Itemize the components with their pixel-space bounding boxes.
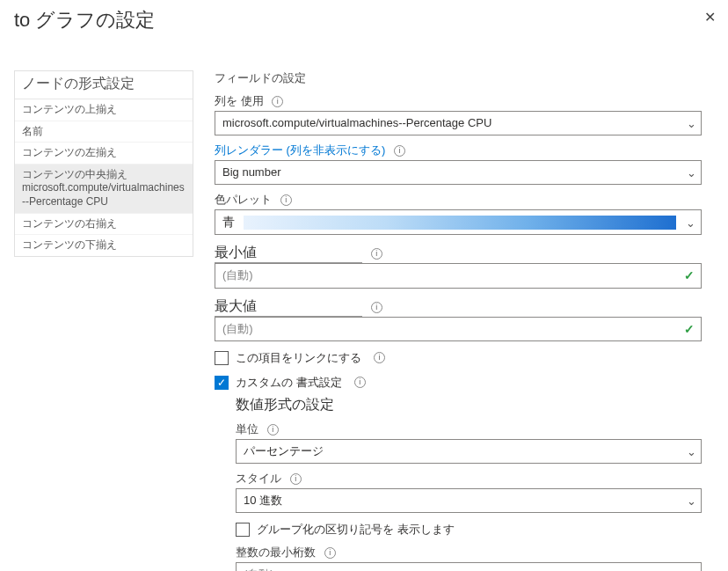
info-icon[interactable]: i xyxy=(394,145,405,157)
renderer-select[interactable]: Big number ⌄ xyxy=(215,160,702,185)
number-format-heading: 数値形式の設定 xyxy=(236,396,702,414)
custom-format-checkbox[interactable]: ✓ xyxy=(215,376,229,390)
max-label: 最大値 xyxy=(215,298,257,313)
valid-icon: ✓ xyxy=(684,322,695,336)
min-integer-digits-label: 整数の最小桁数 i xyxy=(236,545,702,560)
chevron-down-icon: ⌄ xyxy=(686,216,695,229)
palette-label: 色パレット i xyxy=(215,192,702,208)
dialog-title: to グラフの設定 xyxy=(14,0,712,35)
unit-value: パーセンテージ xyxy=(236,439,702,464)
info-icon[interactable]: i xyxy=(354,377,366,388)
sidebar-title: ノードの形式設定 xyxy=(15,71,193,99)
use-column-select[interactable]: microsoft.compute/virtualmachines--Perce… xyxy=(215,111,702,135)
info-icon[interactable]: i xyxy=(272,96,283,107)
info-icon[interactable]: i xyxy=(290,473,302,485)
renderer-value: Big number xyxy=(215,160,702,185)
info-icon[interactable]: i xyxy=(324,547,336,559)
max-value: (自動) xyxy=(215,317,702,341)
style-label-text: スタイル xyxy=(236,472,281,485)
style-label: スタイル i xyxy=(236,471,702,487)
field-settings-label: フィールドの設定 xyxy=(215,70,702,86)
make-link-checkbox[interactable] xyxy=(215,351,229,365)
info-icon[interactable]: i xyxy=(371,248,382,260)
sidebar-item-center-align[interactable]: コンテンツの中央揃え microsoft.compute/virtualmach… xyxy=(15,165,193,214)
min-input[interactable]: (自動) ✓ xyxy=(215,263,702,288)
info-icon[interactable]: i xyxy=(280,194,292,206)
sidebar-item-top-align[interactable]: コンテンツの上揃え xyxy=(15,99,193,121)
main-panel: フィールドの設定 列を 使用 i microsoft.compute/virtu… xyxy=(215,70,712,571)
use-column-label: 列を 使用 i xyxy=(215,93,702,109)
valid-icon: ✓ xyxy=(684,268,695,282)
sidebar-item-left-align[interactable]: コンテンツの左揃え xyxy=(15,143,193,165)
group-separator-label: グループ化の区切り記号を 表示します xyxy=(257,522,455,538)
max-input[interactable]: (自動) ✓ xyxy=(215,317,702,341)
group-separator-checkbox[interactable] xyxy=(236,523,250,537)
make-link-label: この項目をリンクにする xyxy=(236,350,361,366)
renderer-label[interactable]: 列レンダラー (列を非表示にする) i xyxy=(215,143,702,158)
palette-value: 青 xyxy=(215,215,244,231)
use-column-value: microsoft.compute/virtualmachines--Perce… xyxy=(215,111,702,135)
use-column-label-text: 列を 使用 xyxy=(215,94,264,107)
custom-format-label: カスタムの 書式設定 xyxy=(236,375,342,391)
sidebar-item-right-align[interactable]: コンテンツの右揃え xyxy=(15,214,193,236)
style-value: 10 進数 xyxy=(236,488,702,513)
sidebar-item-bottom-align[interactable]: コンテンツの下揃え xyxy=(15,235,193,256)
sidebar-item-name[interactable]: 名前 xyxy=(15,121,193,143)
info-icon[interactable]: i xyxy=(267,424,279,436)
min-integer-digits-label-text: 整数の最小桁数 xyxy=(236,545,316,559)
info-icon[interactable]: i xyxy=(371,302,382,313)
unit-select[interactable]: パーセンテージ ⌄ xyxy=(236,439,702,464)
palette-select[interactable]: 青 ⌄ xyxy=(215,209,702,235)
min-integer-digits-input[interactable]: (自動) xyxy=(236,562,702,571)
palette-swatch xyxy=(244,216,676,230)
min-label: 最小値 xyxy=(215,245,257,260)
info-icon[interactable]: i xyxy=(374,352,385,363)
unit-label-text: 単位 xyxy=(236,422,258,436)
unit-label: 単位 i xyxy=(236,421,702,437)
min-value: (自動) xyxy=(215,263,702,288)
style-select[interactable]: 10 進数 ⌄ xyxy=(236,488,702,513)
min-integer-digits-value: (自動) xyxy=(236,562,702,571)
palette-label-text: 色パレット xyxy=(215,193,272,206)
sidebar: ノードの形式設定 コンテンツの上揃え 名前 コンテンツの左揃え コンテンツの中央… xyxy=(14,70,193,257)
renderer-label-text: 列レンダラー (列を非表示にする) xyxy=(215,143,385,157)
close-icon[interactable]: ✕ xyxy=(701,5,719,29)
